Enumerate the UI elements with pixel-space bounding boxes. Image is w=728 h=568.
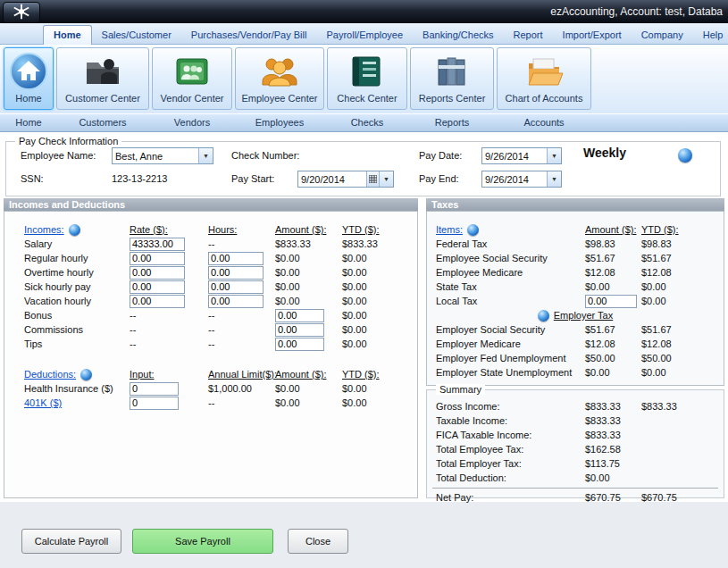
vendor-center-button[interactable]: Vendor Center bbox=[152, 47, 232, 110]
salary-rate-input[interactable] bbox=[130, 238, 185, 251]
ded-amount-header: Amount ($): bbox=[275, 369, 342, 380]
row-label: Bonus bbox=[4, 310, 130, 321]
row-amount: $0.00 bbox=[275, 267, 342, 278]
health-insurance-input[interactable] bbox=[130, 382, 179, 396]
pay-end-select[interactable]: 9/26/2014 ▼ bbox=[481, 171, 562, 188]
overtime-rate-input[interactable] bbox=[130, 266, 185, 280]
tab-purchases-vendor[interactable]: Purchases/Vendor/Pay Bill bbox=[181, 26, 317, 44]
employee-name-dropdown-icon[interactable]: ▼ bbox=[198, 148, 213, 163]
pay-date-select[interactable]: 9/26/2014 ▼ bbox=[481, 147, 562, 164]
summary-divider bbox=[432, 488, 718, 489]
pay-start-datepicker[interactable]: 9/20/2014 ▼ bbox=[297, 171, 394, 188]
income-row-sick-hourly: Sick hourly pay $0.00 $0.00 bbox=[4, 280, 417, 294]
row-amount: $833.33 bbox=[585, 401, 641, 412]
401k-input[interactable] bbox=[130, 397, 179, 410]
home-button[interactable]: Home bbox=[4, 47, 54, 110]
summary-row-total-employer-tax: Total Employer Tax: $113.75 bbox=[427, 456, 724, 471]
row-amount: $0.00 bbox=[585, 367, 641, 378]
income-row-commissions: Commissions -- -- $0.00 bbox=[4, 322, 417, 337]
vacation-hours-input[interactable] bbox=[208, 295, 264, 308]
tab-report[interactable]: Report bbox=[504, 26, 553, 44]
incomes-help-globe-icon[interactable] bbox=[69, 224, 80, 236]
vacation-rate-input[interactable] bbox=[130, 295, 185, 308]
reports-center-button[interactable]: Reports Center bbox=[410, 47, 494, 110]
row-ytd: $0.00 bbox=[641, 367, 724, 378]
hours-header: Hours: bbox=[208, 224, 275, 235]
chart-of-accounts-button[interactable]: Chart of Accounts bbox=[497, 47, 591, 110]
income-row-regular-hourly: Regular hourly $0.00 $0.00 bbox=[4, 251, 417, 265]
row-amount: $833.33 bbox=[275, 238, 342, 249]
tab-company[interactable]: Company bbox=[632, 26, 693, 44]
deductions-header-row: Deductions: Input: Annual Limit($): Amou… bbox=[4, 367, 417, 381]
employer-tax-header-row: Employer Tax bbox=[427, 308, 724, 322]
row-amount: $98.83 bbox=[585, 238, 641, 249]
pay-date-dropdown-icon[interactable]: ▼ bbox=[547, 148, 561, 163]
overtime-hours-input[interactable] bbox=[208, 266, 264, 280]
toolbar-group-strip: Home Customers Vendors Employees Checks … bbox=[0, 113, 728, 132]
ribbon-tabbar: Home Sales/Customer Purchases/Vendor/Pay… bbox=[0, 23, 728, 45]
row-rate: -- bbox=[130, 310, 208, 321]
employee-center-button[interactable]: Employee Center bbox=[235, 47, 324, 110]
calendar-icon[interactable] bbox=[366, 171, 379, 187]
local-tax-input[interactable] bbox=[585, 295, 637, 308]
row-label: Health Insurance ($) bbox=[4, 383, 130, 394]
row-hours: -- bbox=[208, 310, 275, 321]
group-label-customers: Customers bbox=[56, 114, 149, 131]
close-button[interactable]: Close bbox=[288, 529, 348, 554]
row-ytd: $0.00 bbox=[641, 281, 724, 292]
tab-home[interactable]: Home bbox=[43, 25, 92, 45]
tab-sales-customer[interactable]: Sales/Customer bbox=[92, 26, 181, 44]
taxes-header-row: Items: Amount ($): YTD ($): bbox=[427, 222, 724, 237]
tab-help[interactable]: Help bbox=[693, 26, 728, 44]
row-label: Employer State Unemployment bbox=[427, 367, 585, 378]
sick-rate-input[interactable] bbox=[130, 280, 185, 294]
customer-center-button[interactable]: Customer Center bbox=[56, 47, 149, 110]
regular-hours-input[interactable] bbox=[208, 252, 264, 265]
bonus-amount-input[interactable] bbox=[275, 309, 324, 322]
employer-tax-help-globe-icon[interactable] bbox=[538, 310, 549, 322]
group-label-vendors: Vendors bbox=[152, 114, 232, 131]
commissions-amount-input[interactable] bbox=[275, 323, 324, 337]
pay-end-value: 9/26/2014 bbox=[482, 174, 547, 185]
row-amount: $0.00 bbox=[275, 397, 342, 408]
check-number-input[interactable] bbox=[314, 147, 403, 163]
row-ytd: $98.83 bbox=[641, 238, 724, 249]
tips-amount-input[interactable] bbox=[275, 338, 324, 351]
income-row-tips: Tips -- -- $0.00 bbox=[4, 337, 417, 351]
deductions-help-globe-icon[interactable] bbox=[80, 369, 92, 380]
calculate-payroll-button[interactable]: Calculate Payroll bbox=[21, 529, 121, 554]
paycheck-help-globe-icon[interactable] bbox=[678, 148, 692, 163]
tab-import-export[interactable]: Import/Export bbox=[553, 26, 632, 44]
row-hours: -- bbox=[208, 324, 275, 335]
input-header: Input: bbox=[130, 369, 208, 380]
check-center-button[interactable]: Check Center bbox=[327, 47, 407, 110]
incomes-deductions-panel: Incomes: Rate ($): Hours: Amount ($): YT… bbox=[4, 211, 418, 498]
row-label: Employer Fed Unemployment bbox=[427, 353, 585, 363]
row-limit: -- bbox=[208, 397, 275, 408]
group-label-checks: Checks bbox=[327, 114, 407, 131]
regular-rate-input[interactable] bbox=[130, 252, 185, 265]
sick-hours-input[interactable] bbox=[208, 280, 264, 294]
save-payroll-button[interactable]: Save Payroll bbox=[132, 529, 273, 554]
row-label: Vacation hourly bbox=[4, 296, 130, 306]
row-amount: $0.00 bbox=[585, 281, 641, 292]
401k-link[interactable]: 401K ($) bbox=[4, 397, 130, 408]
employee-name-select[interactable]: Best, Anne ▼ bbox=[112, 147, 213, 164]
row-label: Gross Income: bbox=[427, 401, 585, 412]
chart-of-accounts-icon bbox=[523, 50, 565, 93]
app-menu-button[interactable] bbox=[3, 2, 40, 23]
row-ytd: $0.00 bbox=[342, 338, 417, 349]
tab-banking-checks[interactable]: Banking/Checks bbox=[413, 26, 504, 44]
tab-payroll-employee[interactable]: Payroll/Employee bbox=[316, 26, 413, 44]
amount-header: Amount ($): bbox=[275, 224, 342, 235]
deduction-row-health-insurance: Health Insurance ($) $1,000.00 $0.00 $0.… bbox=[4, 381, 417, 396]
check-center-icon bbox=[347, 50, 388, 93]
pay-start-dropdown-icon[interactable]: ▼ bbox=[379, 171, 393, 187]
group-label-reports: Reports bbox=[410, 114, 494, 131]
summary-row-total-deduction: Total Deduction: $0.00 bbox=[427, 471, 724, 485]
row-ytd: $12.08 bbox=[641, 338, 724, 349]
incomes-deductions-section-header: Incomes and Deductions bbox=[4, 198, 418, 211]
row-label: Total Deduction: bbox=[427, 472, 585, 483]
taxes-help-globe-icon[interactable] bbox=[467, 224, 479, 236]
pay-end-dropdown-icon[interactable]: ▼ bbox=[547, 171, 561, 187]
